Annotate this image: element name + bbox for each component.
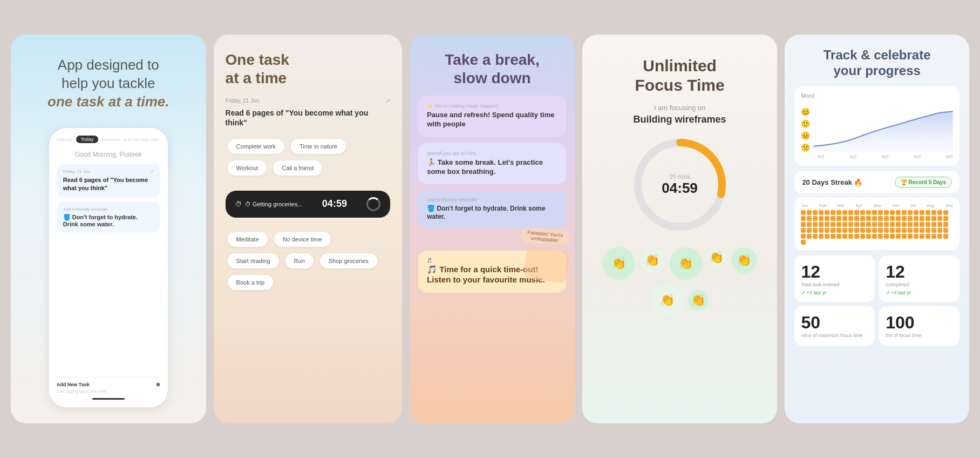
screen-3-break: Take a break, slow down ✨ You're making … [410,35,575,423]
cal-dot [801,234,806,239]
cal-dot [872,234,877,239]
stat1-label: Total task entered [801,282,868,288]
screen-2-one-task: One task at a time Friday, 21 Jun ⤢ Read… [214,35,403,423]
cal-dot [825,228,829,233]
cal-dot [813,234,818,239]
cal-dot [937,222,942,227]
cal-dot [860,222,865,227]
stat-completed: 12 Completed ↗+3 last yr [879,255,959,302]
cal-dot [925,222,930,227]
pill-time-nature[interactable]: Time in nature [291,139,346,154]
cal-dot [866,222,871,227]
timer-bar[interactable]: ⏱ ⏱ Getting groceries... 04:59 [226,191,391,218]
stat1-number: 12 [801,262,868,282]
cal-dot [854,222,859,227]
pill-meditate[interactable]: Meditate [228,232,268,247]
cal-dot [854,228,859,233]
screen-4-focus: Unlimited Focus Time I am focusing on Bu… [582,35,778,423]
cal-dot [878,228,883,233]
stat2-change: ↗+3 last yr [886,290,953,295]
timer-ring: 25 mins 04:59 [631,136,729,233]
timer-mins-label: 25 mins [662,173,698,180]
phone-reminder-card: Just a friendly reminder 🪣 Don't forget … [57,201,160,233]
pill-no-device[interactable]: No device time [274,232,331,247]
cal-dot [925,216,930,221]
cal-dot [848,234,853,239]
cal-dot [801,240,806,245]
cal-dot [836,216,841,221]
cal-dot [902,210,907,215]
cal-dot [842,222,847,227]
cal-dot [878,216,883,221]
phone-task-card: Friday, 21 Jun ⤢ Read 6 pages of "You be… [57,164,160,197]
phone-greeting: Good Morning, Prateek [57,151,160,158]
cal-dot [801,216,806,221]
phone-add-task[interactable]: Add New Task ⊕ Start typing your new tas… [57,377,160,394]
stat3-number: 50 [801,313,868,333]
cal-dot [902,216,907,221]
cal-dot [902,228,907,233]
cal-dot [848,216,853,221]
cal-dot [819,234,824,239]
cal-dot [943,216,948,221]
cal-dot [836,228,841,233]
screen-1-task: App designed to help you tackle one task… [11,35,206,423]
cal-dot [908,216,913,221]
stat4-label: hrs of focus time [886,333,953,339]
cal-dot [914,228,918,233]
cal-dot [836,210,841,215]
stat2-number: 12 [886,262,953,282]
cal-dot [831,228,835,233]
break-card-1: ✨ You're making magic happen! Pause and … [418,96,566,137]
stats-row-1: 12 Total task entered ↗+3 last yr 12 Com… [794,255,959,302]
cal-dot [831,234,835,239]
cal-dot [943,228,948,233]
stat-total-tasks: 12 Total task entered ↗+3 last yr [794,255,875,302]
cal-dot [920,222,924,227]
cal-dot [896,216,901,221]
cal-dot [914,222,918,227]
cal-dot [831,222,835,227]
screen5-title: Track & celebrateyour progress [794,48,959,79]
cal-dot [890,228,895,233]
streak-row: 20 Days Streak 🔥 🏆 Record 5 Days [794,171,959,193]
cal-dot [831,216,835,221]
cal-dots-container [801,210,953,245]
cal-dot [825,234,829,239]
stats-row-2: 50 mins of maximum focus time 100 hrs of… [794,306,959,346]
mood-label: Mood [801,93,953,99]
mood-chart-svg [813,109,953,152]
cal-dot [920,216,924,221]
cal-dot [937,228,942,233]
cal-dot [836,222,841,227]
screens-container: App designed to help you tackle one task… [11,35,969,423]
cal-dot [931,228,936,233]
timer-circle [366,197,380,211]
cal-dot [943,210,948,215]
cal-dot [884,228,889,233]
cal-dot [937,216,942,221]
stat-focus-hrs: 100 hrs of focus time [879,306,959,346]
pill-complete-work[interactable]: Complete work [228,139,284,154]
mood-chart: Mood 😊 🙂 😐 🙁 [794,86,959,166]
screen3-title: Take a break, slow down [410,35,575,92]
pill-shop-groceries[interactable]: Shop groceries [320,253,377,268]
cal-dot [825,216,829,221]
cal-dot [914,234,918,239]
cal-dot [819,216,824,221]
break-time-card: 🎵 🎵 Time for a quick time-out! Listen to… [418,251,566,293]
pill-start-reading[interactable]: Start reading [228,253,279,268]
pill-workout[interactable]: Workout [228,160,267,176]
clapping-row: 👏 👏 👏 👏 👏 👏 👏 [597,247,763,316]
cal-dot [920,210,924,215]
cal-dot [807,234,812,239]
cal-dot [872,210,877,215]
clap-circle-1: 👏 [603,247,635,280]
tab-today[interactable]: Today [76,136,98,143]
cal-dot [878,210,883,215]
cal-dot [813,222,818,227]
pill-call-friend[interactable]: Call a friend [273,160,322,176]
pill-book-trip[interactable]: Book a trip [228,275,274,290]
pill-run[interactable]: Run [285,253,314,268]
cal-dot [807,228,812,233]
